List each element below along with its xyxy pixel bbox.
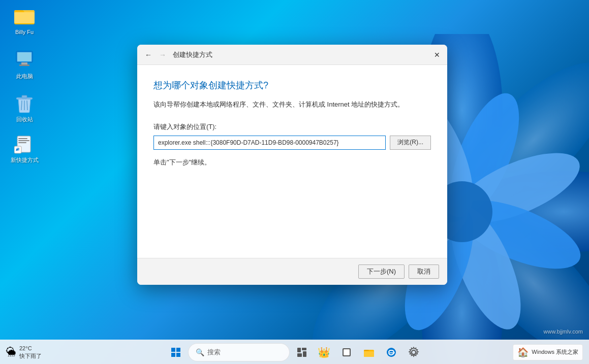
recycle-bin-icon (14, 93, 35, 114)
desktop-icon-recycle-bin[interactable]: 回收站 (5, 91, 44, 125)
svg-rect-36 (171, 353, 175, 357)
svg-rect-39 (302, 348, 306, 350)
folder-icon (14, 6, 35, 26)
dialog-hint: 单击"下一步"继续。 (153, 158, 431, 167)
dialog-cancel-button[interactable]: 取消 (409, 264, 439, 279)
brand-url: www.bjjmlv.com (544, 328, 583, 335)
taskbar-weather[interactable]: 22°C 快下雨了 (19, 345, 42, 359)
dialog-main-title: 想为哪个对象创建快捷方式? (153, 79, 431, 91)
weather-icon: 🌦 (6, 346, 16, 358)
dialog-back-button[interactable]: ← (141, 48, 156, 62)
taskbar-settings-app[interactable] (404, 342, 424, 362)
search-icon: 🔍 (196, 348, 204, 356)
dialog-location-input[interactable] (153, 136, 386, 150)
weather-temp: 22°C (19, 345, 42, 352)
desktop-icon-this-pc[interactable]: 此电脑 (5, 48, 44, 82)
svg-line-26 (21, 101, 22, 110)
dialog-titlebar: ← → 创建快捷方式 ✕ (137, 45, 447, 65)
taskbar-folder-app[interactable] (359, 342, 379, 362)
this-pc-label: 此电脑 (16, 73, 33, 80)
create-shortcut-dialog: ← → 创建快捷方式 ✕ 想为哪个对象创建快捷方式? 该向导帮你创建本地或网络程… (137, 45, 447, 285)
svg-rect-38 (297, 348, 301, 352)
svg-rect-21 (17, 52, 32, 61)
dialog-browse-button[interactable]: 浏览(R)... (390, 136, 431, 150)
dialog-footer: 下一步(N) 取消 (137, 258, 447, 285)
dialog-next-button[interactable]: 下一步(N) (358, 264, 405, 279)
desktop-icon-billy-fu[interactable]: Billy Fu (5, 4, 44, 38)
svg-point-47 (412, 350, 416, 354)
watermark: www.bjjmlv.com (544, 328, 583, 335)
svg-rect-25 (22, 95, 27, 98)
svg-rect-41 (303, 351, 306, 357)
windows-brand: 🏠 Windows 系统之家 (513, 344, 583, 360)
svg-point-46 (387, 348, 396, 357)
search-text: 搜索 (207, 348, 221, 357)
billy-fu-label: Billy Fu (15, 28, 34, 36)
recycle-bin-label: 回收站 (16, 116, 33, 123)
svg-rect-19 (14, 12, 35, 23)
dialog-content: 想为哪个对象创建快捷方式? 该向导帮你创建本地或网络程序、文件、文件夹、计算机或… (137, 65, 447, 258)
taskbar-locked-app[interactable] (336, 342, 357, 362)
start-button[interactable] (166, 342, 186, 362)
new-shortcut-label: 新快捷方式 (11, 156, 39, 163)
dialog-input-row: 浏览(R)... (153, 136, 431, 150)
svg-rect-32 (18, 142, 26, 143)
computer-icon (14, 50, 35, 71)
svg-rect-23 (19, 64, 29, 66)
taskbar-crown-app[interactable]: 👑 (314, 342, 334, 362)
svg-rect-40 (297, 353, 302, 357)
windows-home-icon: 🏠 (517, 347, 529, 358)
svg-rect-43 (344, 349, 350, 355)
dialog-close-button[interactable]: ✕ (430, 48, 444, 62)
svg-rect-45 (364, 351, 374, 357)
svg-rect-31 (18, 140, 29, 141)
taskbar-center: 🔍 搜索 👑 (166, 342, 424, 362)
svg-rect-37 (176, 353, 180, 357)
taskbar: 🌦 22°C 快下雨了 🔍 搜索 (0, 340, 589, 364)
task-view-button[interactable] (292, 342, 312, 362)
svg-rect-34 (171, 348, 175, 352)
svg-rect-35 (176, 348, 180, 352)
shortcut-icon (14, 134, 35, 154)
weather-desc: 快下雨了 (19, 352, 42, 359)
dialog-forward-button: → (156, 48, 170, 62)
taskbar-search[interactable]: 🔍 搜索 (188, 343, 290, 361)
desktop: Billy Fu 此电脑 回收站 (0, 0, 589, 364)
dialog-description: 该向导帮你创建本地或网络程序、文件、文件夹、计算机或 Internet 地址的快… (153, 100, 431, 110)
dialog-title: 创建快捷方式 (173, 50, 212, 59)
taskbar-right: 🏠 Windows 系统之家 (513, 344, 583, 360)
svg-rect-22 (21, 62, 27, 64)
brand-name: Windows 系统之家 (532, 348, 578, 356)
svg-line-28 (27, 101, 27, 110)
svg-rect-30 (18, 138, 27, 139)
taskbar-left: 🌦 22°C 快下雨了 (6, 345, 67, 359)
windows-brand-text: Windows 系统之家 (532, 348, 578, 356)
taskbar-edge-app[interactable] (381, 342, 401, 362)
desktop-icon-new-shortcut[interactable]: 新快捷方式 (5, 132, 44, 166)
dialog-field-label: 请键入对象的位置(T): (153, 122, 431, 131)
